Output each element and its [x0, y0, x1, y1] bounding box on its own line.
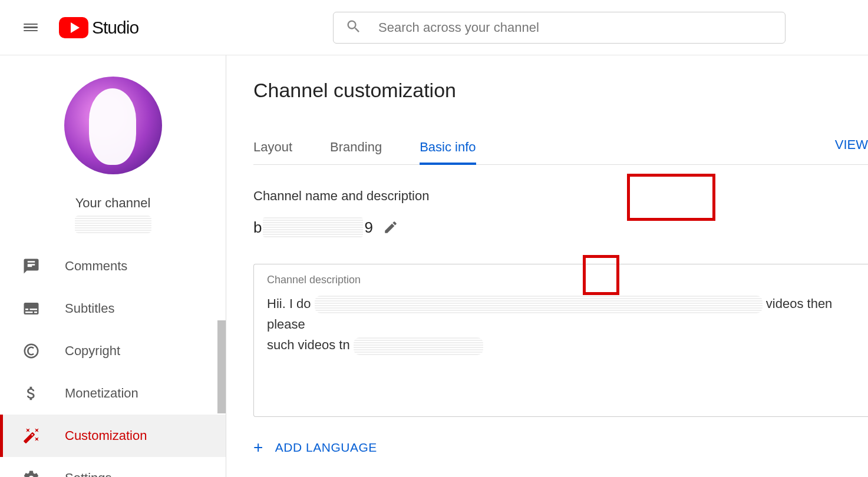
wand-icon: [22, 427, 40, 445]
comment-icon: [22, 257, 40, 275]
sidebar-item-label: Subtitles: [65, 301, 114, 316]
sidebar: Your channel Comments Subtitles Copyr: [0, 55, 226, 477]
pencil-icon: [383, 220, 398, 235]
channel-name-row: b 9: [253, 213, 868, 241]
edit-name-button[interactable]: [377, 213, 405, 241]
sidebar-nav: Comments Subtitles Copyright Monetizatio…: [0, 245, 226, 477]
gear-icon: [22, 469, 40, 477]
copyright-icon: [22, 342, 40, 360]
sidebar-item-label: Settings: [65, 471, 112, 477]
tab-layout[interactable]: Layout: [253, 130, 292, 164]
hamburger-icon: [24, 22, 38, 34]
channel-avatar[interactable]: [64, 77, 162, 174]
plus-icon: +: [253, 438, 263, 457]
tab-branding[interactable]: Branding: [330, 130, 382, 164]
sidebar-item-label: Monetization: [65, 386, 138, 401]
sidebar-item-label: Comments: [65, 259, 127, 274]
search-icon: [345, 18, 362, 37]
section-name-description: Channel name and description: [253, 188, 868, 204]
subtitles-icon: [22, 300, 40, 317]
sidebar-item-customization[interactable]: Customization: [0, 415, 226, 457]
channel-name-redacted: [75, 216, 151, 233]
dollar-icon: [22, 385, 40, 402]
channel-description-box[interactable]: Channel description Hii. I do videos the…: [253, 264, 868, 417]
logo-text: Studio: [92, 18, 138, 38]
description-redacted: [315, 296, 763, 313]
sidebar-item-copyright[interactable]: Copyright: [0, 330, 226, 372]
sidebar-item-subtitles[interactable]: Subtitles: [0, 287, 226, 330]
description-redacted: [354, 337, 483, 355]
tab-basic-info[interactable]: Basic info: [420, 130, 476, 164]
view-channel-button[interactable]: VIEW: [835, 137, 868, 153]
sidebar-item-label: Customization: [65, 428, 147, 443]
app-header: Studio: [0, 0, 868, 55]
description-text: Hii. I do videos then please such videos…: [267, 293, 855, 356]
channel-name-suffix: 9: [364, 218, 372, 237]
add-language-button[interactable]: + ADD LANGUAGE: [253, 438, 868, 457]
sidebar-item-monetization[interactable]: Monetization: [0, 372, 226, 415]
channel-name-prefix: b: [253, 218, 262, 237]
search-box[interactable]: [333, 12, 786, 44]
sidebar-item-settings[interactable]: Settings: [0, 457, 226, 477]
your-channel-label: Your channel: [0, 196, 226, 211]
page-title: Channel customization: [253, 79, 868, 102]
studio-logo[interactable]: Studio: [59, 17, 138, 38]
main-content: Channel customization Layout Branding Ba…: [226, 55, 868, 477]
sidebar-item-comments[interactable]: Comments: [0, 245, 226, 287]
sidebar-item-label: Copyright: [65, 343, 120, 359]
add-language-label: ADD LANGUAGE: [275, 440, 377, 455]
menu-button[interactable]: [19, 16, 42, 39]
youtube-icon: [59, 17, 88, 38]
sidebar-scrollbar[interactable]: [217, 320, 226, 413]
channel-name-redacted: [263, 217, 363, 237]
tabs: Layout Branding Basic info VIEW: [253, 130, 868, 165]
search-input[interactable]: [378, 20, 773, 35]
description-label: Channel description: [267, 274, 855, 286]
